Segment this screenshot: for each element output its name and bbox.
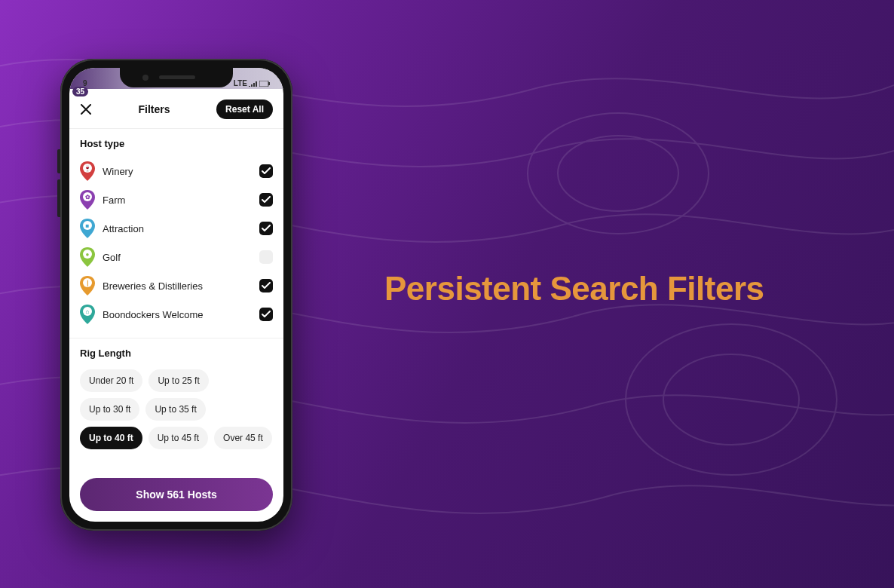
host-type-pin-icon: 🍷 — [80, 161, 95, 181]
headline: Persistent Search Filters — [384, 270, 764, 308]
host-type-checkbox[interactable] — [259, 222, 273, 235]
host-type-section: Host type 🍷 Winery ✿ Farm ■ Attraction — [69, 129, 283, 332]
host-type-pin-icon: ❘ — [80, 276, 95, 296]
svg-rect-5 — [268, 82, 270, 85]
filters-header: Filters Reset All — [69, 89, 283, 129]
svg-text:✿: ✿ — [85, 194, 90, 201]
status-network: LTE — [234, 79, 247, 87]
host-type-pin-icon: ⌂ — [80, 305, 95, 324]
host-type-pin-icon: ■ — [80, 219, 95, 238]
svg-rect-4 — [259, 81, 268, 87]
host-type-row[interactable]: 🍷 Winery — [80, 157, 273, 185]
phone-notch — [120, 68, 233, 87]
svg-point-1 — [558, 136, 678, 211]
filters-title: Filters — [139, 103, 170, 115]
close-icon — [81, 104, 91, 115]
host-type-row[interactable]: ⌂ Boondockers Welcome — [80, 300, 273, 329]
host-type-checkbox[interactable] — [259, 279, 273, 292]
rig-length-title: Rig Length — [80, 348, 273, 359]
battery-icon — [259, 81, 270, 87]
phone-frame: 35 9 LTE Filters Reset All Host type 🍷 — [60, 59, 292, 531]
footer: Show 561 Hosts — [69, 467, 283, 522]
host-type-label: Golf — [103, 252, 121, 263]
close-button[interactable] — [80, 103, 92, 115]
host-type-checkbox[interactable] — [259, 250, 273, 264]
rig-length-chip[interactable]: Up to 35 ft — [145, 398, 205, 421]
phone-screen: 35 9 LTE Filters Reset All Host type 🍷 — [69, 68, 283, 522]
svg-text:■: ■ — [86, 222, 90, 229]
host-type-label: Breweries & Distilleries — [103, 280, 203, 292]
rig-length-chip[interactable]: Up to 30 ft — [80, 398, 139, 421]
show-hosts-button[interactable]: Show 561 Hosts — [80, 478, 273, 511]
host-type-label: Farm — [103, 194, 125, 206]
host-type-row[interactable]: ■ Attraction — [80, 214, 273, 243]
reset-all-button[interactable]: Reset All — [216, 100, 273, 119]
host-type-pin-icon: ✿ — [80, 190, 95, 210]
svg-text:⌂: ⌂ — [86, 308, 90, 315]
host-type-pin-icon: ● — [80, 247, 95, 267]
svg-point-3 — [663, 354, 799, 445]
svg-text:❘: ❘ — [85, 280, 90, 287]
svg-text:🍷: 🍷 — [84, 164, 91, 172]
rig-length-chip[interactable]: Up to 25 ft — [148, 369, 208, 392]
map-count-badge: 35 — [72, 87, 88, 96]
host-type-checkbox[interactable] — [259, 164, 273, 178]
host-type-row[interactable]: ● Golf — [80, 243, 273, 271]
host-type-title: Host type — [80, 138, 273, 149]
host-type-checkbox[interactable] — [259, 308, 273, 321]
host-type-checkbox[interactable] — [259, 193, 273, 207]
rig-length-chip[interactable]: Under 20 ft — [80, 369, 142, 392]
rig-length-chip[interactable]: Up to 45 ft — [148, 427, 208, 449]
svg-point-0 — [528, 113, 709, 234]
svg-text:●: ● — [86, 251, 90, 258]
rig-length-section: Rig Length Under 20 ftUp to 25 ftUp to 3… — [69, 338, 283, 452]
host-type-row[interactable]: ✿ Farm — [80, 185, 273, 214]
rig-length-chip[interactable]: Over 45 ft — [214, 427, 272, 449]
signal-icon — [249, 81, 258, 87]
host-type-row[interactable]: ❘ Breweries & Distilleries — [80, 271, 273, 300]
host-type-label: Boondockers Welcome — [103, 309, 203, 320]
svg-point-2 — [626, 324, 837, 475]
host-type-label: Winery — [103, 166, 133, 177]
host-type-label: Attraction — [103, 223, 144, 234]
rig-length-chip[interactable]: Up to 40 ft — [80, 427, 142, 449]
